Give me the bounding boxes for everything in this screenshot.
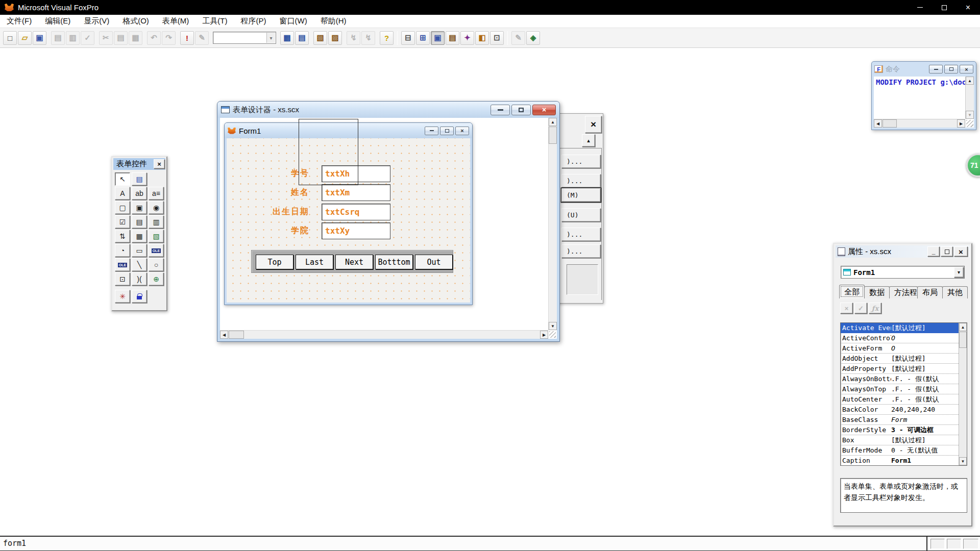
property-row[interactable]: AddProperty[默认过程] <box>841 364 967 374</box>
spinner-tool-icon[interactable]: ⇅ <box>115 230 130 243</box>
project-remove-button[interactable]: )... <box>561 228 601 241</box>
top-button[interactable]: Top <box>256 255 293 269</box>
resize-grip[interactable] <box>549 331 556 338</box>
print-icon[interactable]: ▤ <box>51 31 65 45</box>
report-window-icon[interactable]: ▤ <box>295 31 309 45</box>
menu-format[interactable]: 格式(O) <box>116 15 156 28</box>
project-run-button[interactable]: (U) <box>561 208 601 222</box>
scroll-right-icon[interactable]: ▶ <box>957 119 965 128</box>
data-session-icon[interactable]: ↯ <box>361 31 375 45</box>
open-table-icon[interactable]: ▧ <box>313 31 327 45</box>
select-pointer-tool-icon[interactable]: ↖ <box>115 172 130 186</box>
property-row[interactable]: AlwaysOnTop.F. - 假(默认 <box>841 384 967 394</box>
properties-close-button[interactable]: × <box>954 246 968 257</box>
property-row[interactable]: ActiveFormO <box>841 343 967 354</box>
container-tool-icon[interactable]: ⊡ <box>115 272 130 286</box>
builder-lock-tool-icon[interactable]: ✳ <box>115 290 130 303</box>
macro-icon[interactable]: ↯ <box>347 31 360 45</box>
menu-tools[interactable]: 工具(T) <box>195 15 234 28</box>
help-icon[interactable]: ? <box>380 31 394 45</box>
tab-layout[interactable]: 布局 <box>917 286 943 298</box>
designer-vertical-scrollbar[interactable]: ▲ ▼ <box>548 118 557 330</box>
ole-bound-tool-icon[interactable]: OLE <box>115 258 130 271</box>
scrollbar-thumb[interactable] <box>883 119 897 128</box>
open-file-icon[interactable]: ▱ <box>18 31 32 45</box>
command-horizontal-scrollbar[interactable]: ◀ ▶ <box>874 119 965 128</box>
toolbox-close-button[interactable]: × <box>154 159 165 169</box>
command-group-container[interactable]: TopLastNextBotttomOut <box>251 250 453 273</box>
spelling-icon[interactable]: ✓ <box>81 31 94 45</box>
property-row[interactable]: AutoCenter.F. - 假(默认 <box>841 394 967 405</box>
hyperlink-tool-icon[interactable]: ⊕ <box>149 272 164 286</box>
menu-edit[interactable]: 编辑(E) <box>38 15 77 28</box>
properties-minimize-button[interactable]: _ <box>927 246 940 257</box>
tab-all[interactable]: 全部 <box>839 285 865 298</box>
paste-icon[interactable]: ▦ <box>129 31 142 45</box>
next-button[interactable]: Next <box>335 255 373 269</box>
scroll-down-icon[interactable]: ▼ <box>959 457 967 465</box>
combobox-dropdown-icon[interactable]: ▾ <box>954 267 964 278</box>
app-close-button[interactable]: × <box>956 0 980 15</box>
scrollbar-thumb[interactable] <box>549 127 557 144</box>
property-row[interactable]: BaseClassForm <box>841 415 967 425</box>
redo-icon[interactable]: ↷ <box>162 31 176 45</box>
toolbox-titlebar[interactable]: 表单控件 × <box>113 158 165 170</box>
scroll-right-icon[interactable]: ▶ <box>540 331 548 339</box>
form-window-icon[interactable]: ▦ <box>280 31 294 45</box>
form-designer-titlebar[interactable]: 表单设计器 - xs.scx × <box>217 102 559 118</box>
tab-order-icon[interactable]: ⊟ <box>401 31 415 45</box>
print-preview-icon[interactable]: ▥ <box>66 31 80 45</box>
color-palette-icon[interactable]: ◧ <box>475 31 489 45</box>
designer-close-button[interactable]: × <box>532 105 556 115</box>
designer-maximize-button[interactable] <box>511 105 531 115</box>
scroll-left-icon[interactable]: ◀ <box>220 331 228 339</box>
accept-value-button[interactable]: ✓ <box>854 303 867 314</box>
field-csrq-label[interactable]: 出生日期 <box>243 207 309 217</box>
scroll-up-icon[interactable]: ▲ <box>959 323 967 331</box>
autoformat-icon[interactable]: ◈ <box>526 31 540 45</box>
cut-icon[interactable]: ✂ <box>99 31 113 45</box>
command-close-button[interactable]: × <box>960 65 973 73</box>
field-xm-textbox[interactable]: txtXm <box>322 184 390 201</box>
textbox-tool-icon[interactable]: ab <box>132 187 147 200</box>
scroll-up-icon[interactable]: ▲ <box>966 77 974 85</box>
property-row[interactable]: AlwaysOnBottom.F. - 假(默认 <box>841 374 967 384</box>
pageframe-tool-icon[interactable]: ▭ <box>132 244 147 257</box>
property-row[interactable]: Box[默认过程] <box>841 435 967 445</box>
scrollbar-thumb[interactable] <box>959 332 967 348</box>
menu-program[interactable]: 程序(P) <box>234 15 273 28</box>
property-grid-scrollbar[interactable]: ▲ ▼ <box>959 323 967 465</box>
menu-window[interactable]: 窗口(W) <box>273 15 313 28</box>
undo-icon[interactable]: ↶ <box>147 31 161 45</box>
run-icon[interactable]: ! <box>180 31 194 45</box>
tab-data[interactable]: 数据 <box>864 286 890 298</box>
form-builder-icon[interactable]: ✎ <box>511 31 525 45</box>
checkbox-tool-icon[interactable]: ☑ <box>115 215 130 229</box>
properties-titlebar[interactable]: 属性 - xs.scx _ × <box>836 245 970 258</box>
separator-tool-icon[interactable]: )( <box>132 272 147 286</box>
data-environment-icon[interactable]: ⊞ <box>416 31 430 45</box>
project-build-button[interactable]: )... <box>561 244 601 258</box>
command-text[interactable]: MODIFY PROJECT g:\docu <box>876 78 970 86</box>
code-window-icon[interactable]: ▤ <box>446 31 459 45</box>
screen-overlay-badge[interactable]: 71 <box>966 154 980 177</box>
new-file-icon[interactable]: □ <box>3 31 17 45</box>
project-add-button[interactable]: )... <box>561 174 601 188</box>
project-new-button[interactable]: )... <box>561 155 601 168</box>
editbox-tool-icon[interactable]: a≡ <box>149 187 164 200</box>
scroll-down-icon[interactable]: ▼ <box>549 322 557 330</box>
project-collapse-button[interactable]: ▴ <box>582 134 595 147</box>
combobox-tool-icon[interactable]: ▤ <box>132 215 147 229</box>
scroll-left-icon[interactable]: ◀ <box>874 119 882 128</box>
field-xm-label[interactable]: 姓名 <box>243 187 309 198</box>
save-file-icon[interactable]: ▣ <box>33 31 46 45</box>
label-tool-icon[interactable]: A <box>115 187 130 200</box>
property-row[interactable]: BufferMode0 - 无(默认值 <box>841 445 967 456</box>
scroll-up-icon[interactable]: ▲ <box>549 118 557 126</box>
property-row[interactable]: ActiveControlO <box>841 333 967 343</box>
database-combo[interactable]: ▾ <box>213 32 276 44</box>
scrollbar-thumb[interactable] <box>229 331 244 339</box>
app-minimize-button[interactable] <box>908 0 932 15</box>
menu-help[interactable]: 帮助(H) <box>314 15 353 28</box>
property-row[interactable]: BackColor240,240,240 <box>841 405 967 415</box>
